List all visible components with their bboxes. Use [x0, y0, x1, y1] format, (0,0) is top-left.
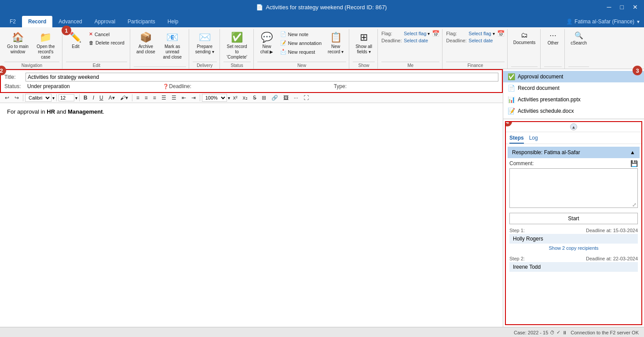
new-request-button[interactable]: 📩 New request: [278, 48, 324, 56]
font-color-button[interactable]: A▾: [106, 94, 117, 102]
new-note-label: New note: [288, 32, 308, 37]
start-button[interactable]: Start: [509, 213, 638, 224]
zoom-dropdown-icon[interactable]: ▾: [228, 96, 230, 100]
table-button[interactable]: ⊞: [260, 94, 268, 102]
other-button[interactable]: ⋯ Other: [544, 30, 562, 47]
undo-button[interactable]: ↩: [3, 94, 11, 102]
zoom-select[interactable]: 100%: [202, 94, 227, 102]
doc-item-docx[interactable]: 📝 Activities schedule.docx: [503, 105, 644, 117]
me-flag-dropdown-icon[interactable]: ▾: [428, 31, 430, 36]
redo-button[interactable]: ↪: [12, 94, 21, 102]
set-complete-button[interactable]: ✅ Set record to'Complete': [223, 30, 251, 62]
indent-increase-button[interactable]: ⇥: [189, 94, 198, 102]
tab-participants[interactable]: Participants: [121, 16, 161, 27]
finance-flag-dropdown-icon[interactable]: ▾: [493, 31, 495, 36]
ribbon-group-archive: 📦 Archiveand close 📧 Mark as unreadand c…: [131, 29, 189, 69]
indent-decrease-button[interactable]: ⇤: [179, 94, 188, 102]
prepare-sending-button[interactable]: ✉️ Preparesending ▾: [193, 30, 217, 56]
link-button[interactable]: 🔗: [269, 94, 280, 102]
new-chat-button[interactable]: 💬 Newchat ▶: [257, 30, 277, 56]
tab-help[interactable]: Help: [161, 16, 185, 27]
finance-select-date[interactable]: Select date: [468, 38, 493, 43]
annotation-badge-1: 1: [62, 26, 71, 35]
bold-button[interactable]: B: [81, 94, 90, 102]
superscript-button[interactable]: x²: [231, 94, 240, 102]
underline-button[interactable]: U: [97, 94, 106, 102]
csearch-icon: 🔍: [574, 31, 583, 40]
help-icon[interactable]: ❓: [163, 84, 169, 89]
documents-group-label: [511, 67, 538, 69]
comment-textarea[interactable]: [509, 168, 638, 208]
numbered-list-button[interactable]: ☰: [169, 94, 179, 102]
me-select-flag[interactable]: Select flag: [404, 31, 426, 36]
user-profile[interactable]: 👤 Fatima al-Safar (Finance) ▼: [566, 19, 640, 27]
editor-area[interactable]: For approval in HR and Management.: [0, 103, 503, 327]
maximize-button[interactable]: □: [618, 3, 626, 11]
align-left-button[interactable]: ≡: [134, 94, 142, 102]
font-dropdown-icon[interactable]: ▾: [52, 96, 55, 100]
goto-main-window-button[interactable]: 🏠 Go to mainwindow: [4, 30, 31, 56]
home-icon: 🏠: [12, 32, 24, 43]
align-center-button[interactable]: ≡: [143, 94, 150, 102]
font-family-select[interactable]: Calibri: [25, 94, 51, 102]
cancel-button[interactable]: ✕ Cancel: [86, 30, 127, 38]
open-records-case-button[interactable]: 📁 Open therecord's case: [32, 30, 59, 62]
me-select-date[interactable]: Select date: [404, 38, 428, 43]
finance-calendar-icon[interactable]: 📅: [497, 30, 505, 37]
save-comment-icon[interactable]: 💾: [630, 160, 638, 167]
csearch-button[interactable]: 🔍 cSearch: [568, 30, 589, 47]
expand-comment-icon[interactable]: ⤢: [632, 202, 637, 208]
doc-item-record[interactable]: 📄 Record document: [503, 82, 644, 94]
case-info: Case: 2022 - 15 ⏱ ✓ ⏸: [514, 330, 567, 335]
font-size-input[interactable]: [59, 94, 74, 101]
show-all-fields-label: Show allfields ▾: [355, 44, 372, 55]
align-right-button[interactable]: ≡: [151, 94, 158, 102]
panel-collapse-area: ▲: [506, 122, 641, 132]
image-button[interactable]: 🖼: [281, 94, 291, 102]
italic-button[interactable]: I: [91, 94, 96, 102]
highlight-button[interactable]: 🖌▾: [118, 94, 130, 102]
prepare-label: Preparesending ▾: [195, 44, 214, 55]
close-button[interactable]: ✕: [630, 3, 640, 11]
annotation-icon: 📝: [280, 40, 286, 46]
tab-record[interactable]: Record: [22, 16, 52, 27]
title-label: Title:: [4, 74, 26, 80]
step-1-copy-link[interactable]: Show 2 copy recipients: [509, 244, 638, 252]
mark-unread-button[interactable]: 📧 Mark as unreadand close: [159, 30, 186, 62]
new-note-button[interactable]: 📄 New note: [278, 30, 324, 38]
finance-select-flag[interactable]: Select flag: [468, 31, 491, 36]
subscript-button[interactable]: x₂: [241, 94, 250, 102]
doc-item-pptx[interactable]: 📊 Activities presentation.pptx: [503, 94, 644, 105]
minimize-button[interactable]: ─: [604, 3, 614, 11]
steps-log-tabs: Steps Log: [506, 132, 641, 144]
record-doc-icon: 📄: [508, 85, 515, 92]
archive-close-button[interactable]: 📦 Archiveand close: [134, 30, 158, 56]
tab-steps[interactable]: Steps: [509, 135, 524, 144]
show-copy-recipients-link[interactable]: Show 2 copy recipients: [549, 245, 598, 251]
tab-log[interactable]: Log: [529, 135, 538, 144]
me-flag-section: Flag: Select flag ▾ 📅 Deadline: Select d…: [381, 30, 439, 43]
me-calendar-icon[interactable]: 📅: [432, 30, 439, 37]
more-options-button[interactable]: ···: [292, 94, 300, 102]
strikethrough-button[interactable]: S̶: [251, 94, 259, 102]
delete-record-button[interactable]: 🗑 Delete record: [86, 39, 127, 47]
font-size-dropdown-icon[interactable]: ▾: [75, 96, 77, 100]
archive-group-label: [134, 67, 186, 69]
new-annotation-button[interactable]: 📝 New annotation: [278, 39, 324, 47]
tab-approval[interactable]: Approval: [88, 16, 121, 27]
doc-item-approval[interactable]: ✅ Approval document: [503, 71, 644, 82]
fullscreen-button[interactable]: ⛶: [301, 94, 311, 102]
send-icon: ✉️: [199, 32, 211, 43]
tab-f2[interactable]: F2: [4, 16, 22, 27]
documents-button[interactable]: 🗂 Documents: [511, 30, 538, 46]
bullet-list-button[interactable]: ☰: [159, 94, 168, 102]
ribbon-group-other: ⋯ Other: [542, 29, 565, 69]
cancel-icon: ✕: [89, 31, 93, 37]
toolbar-separator-2: [56, 94, 57, 101]
new-record-button[interactable]: 📋 Newrecord ▾: [325, 30, 346, 56]
title-input[interactable]: [26, 73, 498, 81]
responsible-label: Responsible:: [512, 149, 542, 156]
collapse-button[interactable]: ▲: [570, 123, 577, 130]
show-all-fields-button[interactable]: ⊞ Show allfields ▾: [353, 30, 375, 56]
collapse-arrow-icon[interactable]: ▲: [630, 149, 635, 156]
